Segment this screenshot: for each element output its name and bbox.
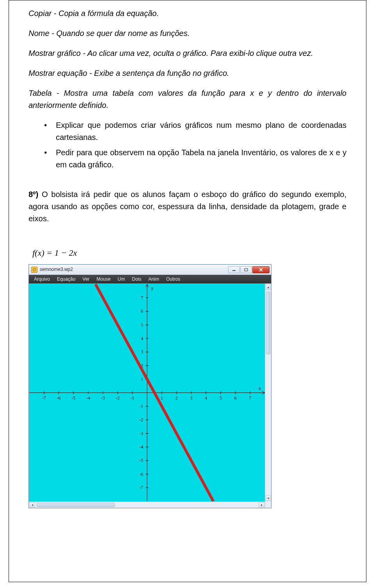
scroll-corner: [265, 502, 271, 508]
svg-text:3: 3: [141, 349, 143, 355]
term-mostrar-grafico: Mostrar gráfico: [29, 49, 80, 57]
menu-outros[interactable]: Outros: [162, 275, 184, 284]
svg-text:5: 5: [220, 396, 222, 401]
scroll-thumb-vertical[interactable]: [266, 292, 270, 354]
term-copiar: Copiar: [29, 9, 52, 18]
text-tabela: - Mostra uma tabela com valores da funçã…: [29, 89, 346, 109]
svg-text:1: 1: [161, 396, 163, 401]
menu-dois[interactable]: Dois: [129, 275, 145, 284]
definition-copiar: Copiar - Copia a fórmula da equação.: [29, 7, 346, 20]
maximize-button[interactable]: [240, 266, 252, 273]
term-tabela: Tabela: [29, 89, 52, 97]
term-mostrar-equacao: Mostrar equação: [29, 69, 87, 77]
svg-text:6: 6: [141, 308, 143, 314]
scroll-thumb-horizontal[interactable]: [37, 503, 115, 507]
chart-svg: -7-6-5-4-3-2-11234567-7-6-5-4-3-2-112345…: [29, 284, 265, 502]
step-8: 8º) O bolsista irá pedir que os alunos f…: [29, 188, 346, 225]
minimize-icon: [232, 268, 236, 271]
svg-text:y: y: [151, 285, 154, 291]
term-nome: Nome: [29, 29, 49, 38]
menu-arquivo[interactable]: Arquivo: [30, 275, 54, 284]
svg-text:-1: -1: [130, 396, 134, 401]
horizontal-scrollbar[interactable]: [29, 502, 271, 508]
close-icon: [259, 268, 263, 272]
svg-text:2: 2: [175, 396, 178, 401]
text-mostrar-equacao: - Exibe a sentença da função no gráfico.: [87, 69, 229, 77]
bullet-item: Explicar que podemos criar vários gráfic…: [44, 119, 346, 143]
svg-text:-2: -2: [116, 396, 120, 401]
svg-text:1: 1: [141, 376, 143, 382]
svg-text:4: 4: [141, 336, 143, 341]
menu-bar: Arquivo Equação Ver Mouse Um Dois Anim O…: [29, 275, 271, 283]
svg-text:4: 4: [205, 396, 207, 401]
bullet-list: Explicar que podemos criar vários gráfic…: [44, 119, 346, 171]
step-8-text: O bolsista irá pedir que os alunos façam…: [29, 190, 346, 223]
svg-rect-1: [245, 269, 248, 271]
app-window: semnome3.wp2 Arquivo Equação Ver: [29, 264, 271, 508]
window-titlebar[interactable]: semnome3.wp2: [29, 265, 271, 275]
svg-text:3: 3: [190, 396, 193, 401]
step-8-prefix: 8º): [29, 190, 38, 199]
menu-anim[interactable]: Anim: [145, 275, 162, 284]
minimize-button[interactable]: [228, 266, 240, 273]
maximize-icon: [244, 268, 248, 271]
svg-text:-5: -5: [71, 396, 75, 401]
menu-um[interactable]: Um: [114, 275, 129, 284]
svg-rect-0: [232, 270, 236, 271]
close-button[interactable]: [252, 266, 270, 273]
svg-text:-4: -4: [139, 444, 143, 450]
svg-text:-3: -3: [139, 431, 143, 436]
svg-text:7: 7: [249, 396, 251, 401]
svg-text:x: x: [259, 385, 261, 391]
definition-mostrar-equacao: Mostrar equação - Exibe a sentença da fu…: [29, 67, 346, 79]
window-title: semnome3.wp2: [40, 266, 228, 273]
definition-tabela: Tabela - Mostra uma tabela com valores d…: [29, 87, 346, 111]
svg-text:-7: -7: [139, 485, 143, 491]
menu-equacao[interactable]: Equação: [54, 275, 79, 284]
definition-mostrar-grafico: Mostrar gráfico - Ao clicar uma vez, ocu…: [29, 47, 346, 59]
scroll-down-button[interactable]: [266, 495, 271, 501]
plot-canvas[interactable]: -7-6-5-4-3-2-11234567-7-6-5-4-3-2-112345…: [29, 283, 265, 502]
text-nome: - Quando se quer dar nome as funções.: [49, 29, 189, 38]
vertical-scrollbar[interactable]: [265, 283, 271, 502]
menu-ver[interactable]: Ver: [79, 275, 93, 284]
scroll-right-button[interactable]: [259, 502, 264, 507]
svg-text:7: 7: [141, 295, 143, 301]
svg-text:5: 5: [141, 322, 143, 328]
definition-nome: Nome - Quando se quer dar nome as funçõe…: [29, 27, 346, 39]
svg-text:-6: -6: [57, 396, 61, 401]
text-mostrar-grafico: - Ao clicar uma vez, oculta o gráfico. P…: [80, 49, 313, 57]
svg-text:6: 6: [234, 396, 237, 401]
svg-text:-2: -2: [139, 417, 143, 423]
scroll-left-button[interactable]: [29, 502, 35, 507]
menu-mouse[interactable]: Mouse: [93, 275, 114, 284]
app-icon: [31, 267, 38, 273]
equation-formula: f(x) = 1 − 2x: [32, 246, 346, 260]
svg-text:-6: -6: [139, 471, 143, 477]
svg-text:-3: -3: [101, 396, 105, 401]
svg-text:-5: -5: [139, 458, 143, 463]
svg-text:-7: -7: [42, 396, 46, 401]
text-copiar: - Copia a fórmula da equação.: [52, 9, 159, 18]
bullet-item: Pedir para que observem na opção Tabela …: [44, 147, 346, 171]
scroll-up-button[interactable]: [266, 284, 271, 290]
svg-text:-4: -4: [86, 396, 90, 401]
svg-text:-1: -1: [139, 403, 143, 409]
